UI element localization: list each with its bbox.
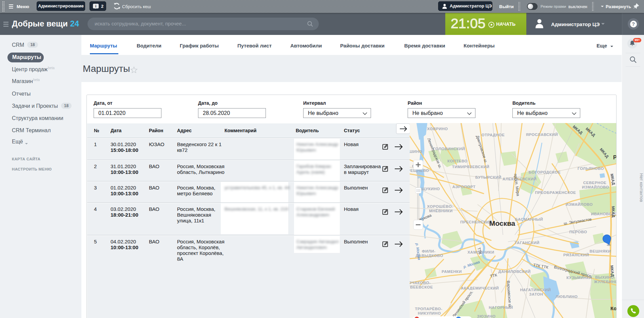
svg-text:ГОЛОВИНСКИЙ: ГОЛОВИНСКИЙ xyxy=(433,147,465,151)
svg-text:АЛЕКСЕЕВСКИЙ: АЛЕКСЕЕВСКИЙ xyxy=(503,177,536,181)
svg-text:Москва: Москва xyxy=(489,219,515,227)
svg-text:НАГАТИНСКИЙ: НАГАТИНСКИЙ xyxy=(520,288,551,292)
svg-text:МНЁВНИКИ: МНЁВНИКИ xyxy=(429,209,453,213)
svg-text:АКАДЕМИЧЕСКИЙ: АКАДЕМИЧЕСКИЙ xyxy=(461,286,499,290)
svg-text:ОЧАКОВО-: ОЧАКОВО- xyxy=(410,281,431,285)
svg-text:БОГОРОДСКОЕ: БОГОРОДСКОЕ xyxy=(529,170,561,174)
svg-text:РЯЗАНСКИЙ: РЯЗАНСКИЙ xyxy=(563,253,589,257)
svg-text:ЗАТОН: ЗАТОН xyxy=(529,292,543,296)
svg-text:СЕВЕРНОЕ: СЕВЕРНОЕ xyxy=(583,181,607,185)
svg-text:ТУШИНО: ТУШИНО xyxy=(410,150,422,154)
svg-text:Ре: Ре xyxy=(613,155,616,160)
svg-text:ТИМИРЯЗЕВСКИЙ: ТИМИРЯЗЕВСКИЙ xyxy=(452,165,489,169)
svg-text:ЛЮБЛИНО: ЛЮБЛИНО xyxy=(556,295,578,299)
svg-text:ЯРОСЛАВСКИЙ: ЯРОСЛАВСКИЙ xyxy=(526,133,558,137)
svg-text:КОПТЕВО: КОПТЕВО xyxy=(447,159,467,163)
svg-text:ХОРОШЁВО-: ХОРОШЁВО- xyxy=(427,204,453,208)
svg-text:БУТЫРСКИЙ: БУТЫРСКИЙ xyxy=(475,175,501,179)
svg-text:ТРОПАРЁВО-: ТРОПАРЁВО- xyxy=(415,307,442,311)
svg-text:АТВЕЕВСКОЕ: АТВЕЕВСКОЕ xyxy=(410,285,433,289)
svg-text:ПЕРОВО: ПЕРОВО xyxy=(569,230,587,234)
svg-text:Кот: Кот xyxy=(610,305,616,311)
svg-text:МКАД: МКАД xyxy=(611,206,616,218)
svg-text:ИЗМАЙЛОВО: ИЗМАЙЛОВО xyxy=(582,185,609,189)
svg-text:ТАГАНСКИЙ: ТАГАНСКИЙ xyxy=(514,241,539,245)
svg-text:ВЕШНЯКИ: ВЕШНЯКИ xyxy=(590,249,611,253)
svg-text:ЩУКИНО: ЩУКИНО xyxy=(422,187,440,191)
svg-text:РАМЕНКИ: РАМЕНКИ xyxy=(442,270,462,274)
svg-text:ПРЕОБРАЖЕНСКОЕ: ПРЕОБРАЖЕНСКОЕ xyxy=(535,191,576,195)
svg-text:ДАНИЛОВСКИЙ: ДАНИЛОВСКИЙ xyxy=(498,270,530,274)
svg-text:ПРЕСНЕНСКИЙ: ПРЕСНЕНСКИЙ xyxy=(460,220,492,224)
svg-text:ЖУЛЕБИНО: ЖУЛЕБИНО xyxy=(594,280,616,284)
svg-text:БАСМАННЫЙ: БАСМАННЫЙ xyxy=(515,217,543,221)
svg-text:ХОВРИНО: ХОВРИНО xyxy=(427,127,448,131)
svg-text:ГОЛЬЯНОВО: ГОЛЬЯНОВО xyxy=(578,166,604,171)
svg-text:НИКУЛИНО: НИКУЛИНО xyxy=(418,311,441,315)
svg-text:ЗЮЗИНО: ЗЮЗИНО xyxy=(477,314,496,318)
svg-text:ОТРАДНОЕ: ОТРАДНОЕ xyxy=(482,133,505,137)
svg-text:ИЗМАЙЛОВО: ИЗМАЙЛОВО xyxy=(566,202,593,206)
svg-text:ФИЛИ-: ФИЛИ- xyxy=(422,249,436,253)
svg-text:АЭРОПОРТ: АЭРОПОРТ xyxy=(452,185,475,189)
